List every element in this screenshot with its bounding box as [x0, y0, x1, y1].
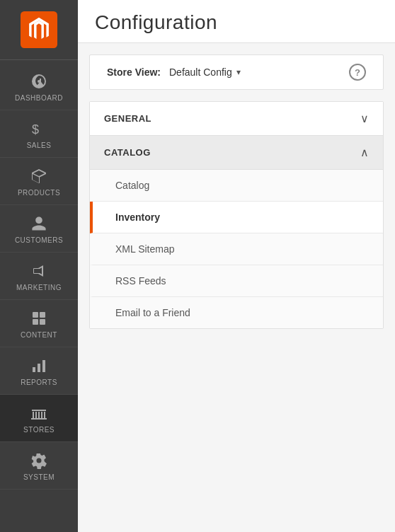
- catalog-item-rss-feeds[interactable]: RSS Feeds: [90, 265, 383, 297]
- sidebar-item-reports[interactable]: REPORTS: [0, 347, 78, 395]
- svg-text:$: $: [32, 122, 39, 137]
- sidebar-item-products[interactable]: PRODUCTS: [0, 158, 78, 205]
- sidebar-item-dashboard-label: DASHBOARD: [15, 94, 63, 103]
- svg-rect-7: [33, 367, 35, 372]
- sales-icon: $: [30, 119, 47, 139]
- main-content: Configuration Store View: Default Config…: [78, 0, 395, 532]
- catalog-item-catalog-label: Catalog: [115, 180, 149, 191]
- store-view-label: Store View:: [107, 66, 161, 78]
- general-section-title: GENERAL: [104, 113, 151, 124]
- svg-rect-3: [33, 312, 38, 318]
- dropdown-arrow-icon: ▾: [236, 67, 241, 77]
- catalog-section-title: CATALOG: [104, 147, 151, 158]
- store-view-value: Default Config: [169, 66, 232, 78]
- sidebar-item-sales-label: SALES: [27, 141, 52, 150]
- sidebar-item-customers-label: CUSTOMERS: [15, 236, 63, 245]
- reports-icon: [30, 356, 47, 376]
- catalog-section-header[interactable]: CATALOG ∧: [90, 136, 383, 170]
- general-chevron-icon: ∨: [360, 112, 369, 125]
- help-text: ?: [355, 67, 360, 78]
- catalog-item-inventory-label: Inventory: [115, 212, 160, 223]
- system-icon: [30, 451, 47, 470]
- magento-logo: [21, 11, 57, 48]
- store-view-select[interactable]: Default Config ▾: [169, 66, 241, 78]
- catalog-item-inventory[interactable]: Inventory: [90, 202, 383, 233]
- sidebar-item-stores-label: STORES: [23, 426, 55, 434]
- sidebar-item-reports-label: REPORTS: [21, 378, 57, 387]
- catalog-chevron-icon: ∧: [360, 146, 369, 159]
- catalog-item-rss-feeds-label: RSS Feeds: [115, 275, 166, 287]
- sidebar-item-sales[interactable]: $ SALES: [0, 110, 78, 158]
- svg-rect-6: [40, 319, 45, 325]
- content-icon: [30, 308, 47, 328]
- sidebar-item-system-label: SYSTEM: [23, 473, 55, 482]
- page-header: Configuration: [78, 0, 395, 43]
- svg-rect-9: [42, 360, 45, 372]
- sidebar-item-stores[interactable]: STORES: [0, 395, 78, 442]
- config-sections: GENERAL ∨ CATALOG ∧ Catalog Inventory XM…: [89, 101, 384, 329]
- svg-rect-0: [21, 11, 57, 48]
- store-view-bar: Store View: Default Config ▾ ?: [89, 54, 384, 90]
- svg-rect-4: [40, 312, 45, 318]
- general-section-header[interactable]: GENERAL ∨: [90, 102, 383, 136]
- sidebar-item-products-label: PRODUCTS: [18, 189, 60, 197]
- customers-icon: [30, 214, 47, 233]
- dashboard-icon: [30, 71, 47, 91]
- help-icon[interactable]: ?: [349, 64, 366, 81]
- sidebar-item-system[interactable]: SYSTEM: [0, 442, 78, 490]
- catalog-item-catalog[interactable]: Catalog: [90, 170, 383, 202]
- svg-rect-8: [38, 364, 40, 372]
- catalog-item-email-to-a-friend[interactable]: Email to a Friend: [90, 297, 383, 328]
- catalog-item-xml-sitemap[interactable]: XML Sitemap: [90, 233, 383, 265]
- marketing-icon: [30, 261, 47, 281]
- catalog-section: CATALOG ∧ Catalog Inventory XML Sitemap …: [90, 136, 383, 328]
- products-icon: [30, 166, 47, 186]
- page-title: Configuration: [95, 11, 378, 34]
- catalog-item-xml-sitemap-label: XML Sitemap: [115, 243, 175, 255]
- catalog-item-email-to-a-friend-label: Email to a Friend: [115, 307, 190, 318]
- sidebar-item-marketing-label: MARKETING: [16, 284, 62, 292]
- stores-icon: [30, 403, 47, 423]
- sidebar-item-content[interactable]: CONTENT: [0, 300, 78, 347]
- sidebar-item-dashboard[interactable]: DASHBOARD: [0, 63, 78, 110]
- sidebar-item-customers[interactable]: CUSTOMERS: [0, 205, 78, 253]
- sidebar-item-content-label: CONTENT: [21, 331, 57, 340]
- sidebar-item-marketing[interactable]: MARKETING: [0, 253, 78, 300]
- logo-container: [0, 0, 78, 60]
- svg-rect-5: [33, 319, 38, 325]
- sidebar: DASHBOARD $ SALES PRODUCTS CUSTOMERS MAR…: [0, 0, 78, 532]
- catalog-items: Catalog Inventory XML Sitemap RSS Feeds …: [90, 170, 383, 328]
